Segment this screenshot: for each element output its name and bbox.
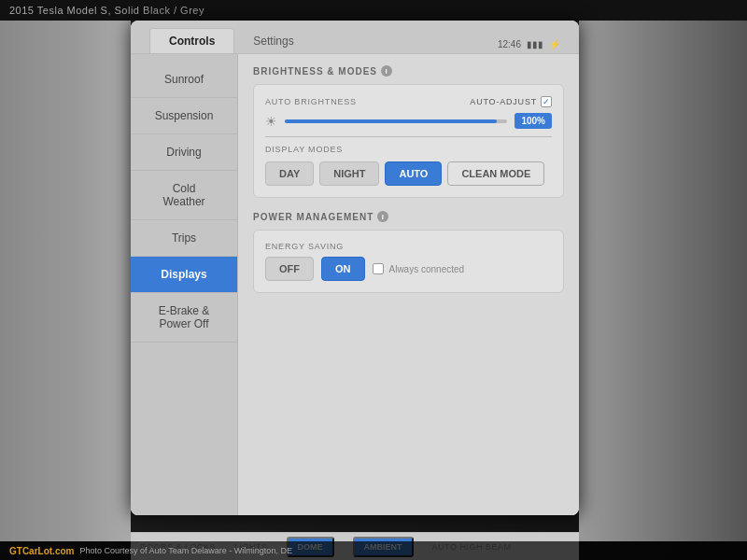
energy-off-button[interactable]: OFF xyxy=(265,257,314,281)
energy-on-button[interactable]: ON xyxy=(321,257,365,281)
sidebar-item-displays[interactable]: Displays xyxy=(131,257,237,293)
car-title: 2015 Tesla Model S, Solid Black / Grey xyxy=(9,5,204,16)
brightness-section-title: BRIGHTNESS & MODES i xyxy=(253,65,564,77)
power-section-title: POWER MANAGEMENT i xyxy=(253,211,564,222)
power-info-icon[interactable]: i xyxy=(377,211,388,222)
auto-brightness-label-row: AUTO BRIGHTNESS Auto-adjust xyxy=(265,96,552,107)
brightness-box: AUTO BRIGHTNESS Auto-adjust ☀ 100% xyxy=(253,84,564,198)
status-bars-icon: ▮▮▮ xyxy=(527,39,543,49)
sidebar-item-cold-weather[interactable]: ColdWeather xyxy=(131,171,237,220)
brightness-fill xyxy=(285,119,497,123)
sidebar-item-trips[interactable]: Trips xyxy=(131,220,237,257)
status-time: 12:46 xyxy=(498,39,521,49)
power-management-section: POWER MANAGEMENT i ENERGY SAVING OFF ON xyxy=(253,211,564,293)
power-box: ENERGY SAVING OFF ON Always connected xyxy=(253,230,564,293)
mode-night-button[interactable]: NIGHT xyxy=(319,161,379,186)
energy-saving-label: ENERGY SAVING xyxy=(265,242,552,251)
auto-adjust-label: Auto-adjust xyxy=(470,97,537,106)
auto-adjust-row: Auto-adjust xyxy=(470,96,552,107)
energy-row: OFF ON Always connected xyxy=(265,257,552,281)
tesla-screen: Controls Settings 12:46 ▮▮▮ ⚡ Sunroof Su… xyxy=(131,21,579,515)
photo-credit-text: Photo Courtesy of Auto Team Delaware - W… xyxy=(79,546,291,555)
car-left-panel xyxy=(0,21,131,541)
tab-controls[interactable]: Controls xyxy=(149,28,234,53)
tab-settings[interactable]: Settings xyxy=(234,29,312,53)
sidebar-item-driving[interactable]: Driving xyxy=(131,134,237,171)
auto-brightness-label: AUTO BRIGHTNESS xyxy=(265,97,357,106)
brightness-value: 100% xyxy=(514,113,552,129)
brightness-info-icon[interactable]: i xyxy=(381,65,392,77)
mode-day-button[interactable]: DAY xyxy=(265,161,314,186)
sun-icon: ☀ xyxy=(265,114,277,129)
sidebar-item-sunroof[interactable]: Sunroof xyxy=(131,62,237,98)
sidebar: Sunroof Suspension Driving ColdWeather T… xyxy=(131,54,238,515)
car-right-panel xyxy=(579,21,747,541)
display-modes-row: DAY NIGHT AUTO CLEAN MODE xyxy=(265,161,552,186)
brightness-slider-row: ☀ 100% xyxy=(265,113,552,129)
always-connected-checkbox[interactable] xyxy=(373,263,384,274)
always-connected-label: Always connected xyxy=(389,264,465,274)
photo-credit-bar: GTCarLot.com Photo Courtesy of Auto Team… xyxy=(0,541,747,560)
always-connected-row: Always connected xyxy=(373,263,465,274)
divider xyxy=(265,136,552,137)
display-modes-label: DISPLAY MODES xyxy=(265,145,552,154)
screen-status: 12:46 ▮▮▮ ⚡ xyxy=(498,39,560,53)
screen-body: Sunroof Suspension Driving ColdWeather T… xyxy=(131,54,579,515)
brightness-modes-section: BRIGHTNESS & MODES i AUTO BRIGHTNESS Aut… xyxy=(253,65,564,198)
sidebar-item-suspension[interactable]: Suspension xyxy=(131,98,237,134)
charger-icon: ⚡ xyxy=(549,39,560,49)
screen-nav: Controls Settings 12:46 ▮▮▮ ⚡ xyxy=(131,21,579,54)
mode-clean-button[interactable]: CLEAN MODE xyxy=(447,161,544,186)
brightness-track[interactable] xyxy=(285,119,507,123)
gtcarlot-logo: GTCarLot.com xyxy=(9,546,74,556)
auto-adjust-checkbox[interactable] xyxy=(541,96,552,107)
mode-auto-button[interactable]: AUTO xyxy=(385,161,442,186)
main-content: BRIGHTNESS & MODES i AUTO BRIGHTNESS Aut… xyxy=(238,54,579,515)
sidebar-item-ebrake[interactable]: E-Brake &Power Off xyxy=(131,293,237,343)
top-bar: 2015 Tesla Model S, Solid Black / Grey xyxy=(0,0,747,21)
